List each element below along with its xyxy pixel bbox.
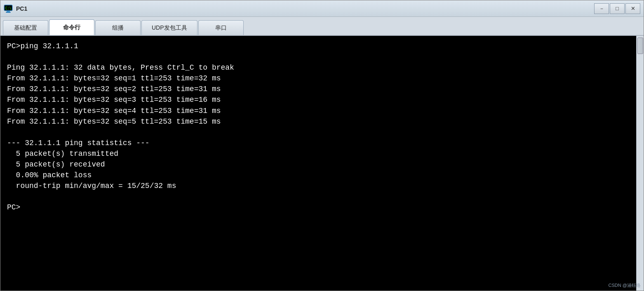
svg-rect-2 — [6, 12, 11, 13]
app-icon: C:\ — [4, 4, 13, 13]
maximize-button[interactable]: □ — [610, 3, 625, 14]
window-title: PC1 — [16, 5, 594, 12]
scrollbar-thumb[interactable] — [637, 38, 643, 54]
window-controls: － □ ✕ — [594, 3, 640, 14]
tab-basic[interactable]: 基础配置 — [3, 20, 48, 35]
close-button[interactable]: ✕ — [625, 3, 640, 14]
tab-cmd[interactable]: 命令行 — [49, 19, 94, 35]
tabs-bar: 基础配置 命令行 组播 UDP发包工具 串口 — [0, 17, 644, 36]
scrollbar[interactable] — [636, 36, 644, 291]
watermark: CSDN @涵钰络 — [609, 282, 641, 289]
svg-rect-1 — [7, 11, 10, 12]
terminal-output[interactable]: PC>ping 32.1.1.1 Ping 32.1.1.1: 32 data … — [0, 36, 636, 291]
svg-text:C:\: C:\ — [5, 7, 12, 10]
tab-udp[interactable]: UDP发包工具 — [141, 20, 197, 35]
content-area: PC>ping 32.1.1.1 Ping 32.1.1.1: 32 data … — [0, 36, 644, 291]
tab-multicast[interactable]: 组播 — [95, 20, 141, 35]
minimize-button[interactable]: － — [594, 3, 609, 14]
title-bar: C:\ PC1 － □ ✕ — [0, 0, 644, 17]
tab-serial[interactable]: 串口 — [198, 20, 244, 35]
